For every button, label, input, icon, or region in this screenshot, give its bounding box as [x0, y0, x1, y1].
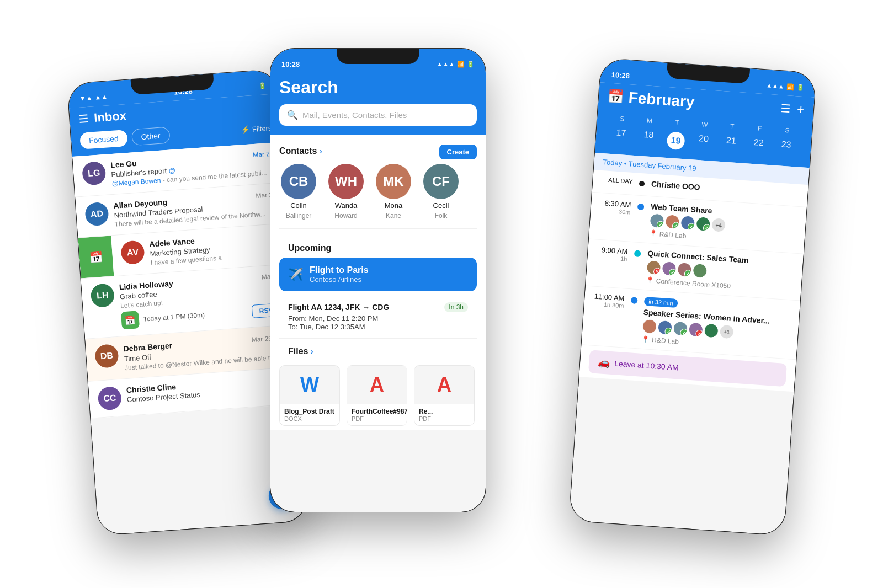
wifi-icon-middle: 📶: [457, 61, 465, 68]
events-list: ALL DAY Christie OOO 8:30 AM 30m Web: [579, 170, 808, 392]
contact-colin[interactable]: CB Colin Ballinger: [279, 164, 318, 220]
file-blog[interactable]: W Blog_Post Draft DOCX: [279, 365, 340, 426]
event-body-sales: Quick Connect: Sales Team 📍 Conference R…: [645, 249, 794, 294]
list-icon[interactable]: ☰: [780, 101, 791, 115]
signal-icon-middle: ▲▲▲: [437, 61, 455, 67]
cal-time-lidia: Today at 1 PM (30m): [143, 311, 205, 323]
date-debra: Mar 23: [251, 334, 272, 344]
flight-name: Flight AA 1234, JFK → CDG: [288, 303, 389, 312]
location-icon-webteam: 📍: [648, 229, 657, 238]
contact-name-mona: Mona: [385, 201, 403, 210]
allday-dot: [639, 181, 645, 187]
cal-date-18[interactable]: 18: [634, 127, 663, 151]
battery-icons: 🔋: [259, 82, 267, 90]
av-wt-2: [665, 214, 680, 229]
search-icon: 🔍: [287, 110, 298, 120]
event-time-allday: ALL DAY: [602, 176, 633, 185]
contact-wanda[interactable]: WH Wanda Howard: [327, 164, 365, 220]
filters-button[interactable]: ⚡ Filters: [241, 124, 272, 134]
today-circle[interactable]: 19: [667, 131, 685, 150]
av-wt-1: [650, 213, 665, 228]
hamburger-icon[interactable]: ☰: [78, 112, 89, 126]
search-title: Search: [279, 77, 477, 98]
tab-other[interactable]: Other: [131, 127, 171, 146]
file-type-fourth: PDF: [352, 415, 402, 422]
avatar-colin: CB: [281, 164, 316, 199]
contact-mona[interactable]: MK Mona Kane: [374, 164, 413, 220]
flight-details: Flight AA 1234, JFK → CDG In 3h From: Mo…: [279, 296, 477, 338]
contact-name-wanda: Wanda: [335, 201, 358, 210]
contact-cecil[interactable]: CF Cecil Folk: [422, 164, 460, 220]
contact-name-cecil: Cecil: [433, 201, 449, 210]
location-icon-sales: 📍: [645, 276, 654, 285]
file-re[interactable]: A Re... PDF: [414, 365, 475, 426]
avatar-wanda: WH: [328, 164, 364, 199]
tab-focused[interactable]: Focused: [79, 130, 128, 149]
event-info: Flight to Paris Contoso Airlines: [310, 265, 369, 284]
event-time-webteam: 8:30 AM 30m: [599, 199, 631, 216]
cal-invite-icon: 📅: [121, 311, 140, 329]
month-title: February: [628, 89, 695, 111]
location-icon-speaker: 📍: [641, 335, 650, 344]
mention-icon: @: [168, 167, 175, 175]
cal-date-23[interactable]: 23: [772, 136, 801, 160]
event-subtitle: Contoso Airlines: [310, 275, 369, 284]
battery-icon-right: 🔋: [796, 84, 804, 92]
file-icon-re: A: [414, 366, 474, 404]
cal-date-19: 19: [661, 129, 690, 152]
av-sp-4: [688, 322, 704, 338]
avatar-mona: MK: [376, 164, 411, 199]
phone-middle: 10:28 ▲▲▲ 📶 🔋 Search 🔍 Mail, Events, Con…: [270, 49, 486, 512]
file-name-re: Re...: [419, 408, 470, 415]
email-content-allan: Allan Deyoung Mar 23 Northwind Traders P…: [113, 190, 278, 228]
event-title-allday: Christie OOO: [651, 179, 799, 199]
phone-right: 10:28 ▲▲▲ 📶 🔋 📅 February ☰ +: [569, 58, 816, 535]
file-type-blog: DOCX: [284, 415, 335, 422]
avatar-adele: AV: [120, 240, 145, 265]
sender-debra: Debra Berger: [123, 341, 173, 353]
contact-last-colin: Ballinger: [286, 212, 312, 220]
email-content-christie: Christie Cline Contoso Project Status: [126, 375, 290, 409]
av-sp-2: [657, 320, 673, 335]
tab-group: Focused Other: [79, 127, 170, 149]
event-card-flight[interactable]: ✈️ Flight to Paris Contoso Airlines: [279, 258, 477, 291]
flight-icon: ✈️: [288, 268, 303, 282]
email-text-adele: Adele Vance Marketing Strategy I have a …: [149, 231, 281, 266]
flight-badge: In 3h: [444, 302, 468, 312]
email-content-lee: Lee Gu Mar 23 Publisher's report @ @Mega…: [110, 149, 275, 188]
file-fourth[interactable]: A FourthCoffee#987 PDF: [347, 365, 407, 426]
av-wt-more: +4: [711, 217, 726, 233]
file-name-fourth: FourthCoffee#987: [352, 408, 402, 415]
contacts-section-title: Contacts ›: [279, 146, 322, 156]
avatar-allan: AD: [84, 202, 109, 227]
location-text-webteam: R&D Lab: [659, 231, 687, 240]
wifi-icon: ▼▲: [79, 94, 93, 103]
create-button[interactable]: Create: [439, 145, 477, 159]
av-wt-4: [695, 216, 711, 232]
swipe-action-adele: 📅: [78, 236, 114, 278]
add-event-icon[interactable]: +: [796, 101, 805, 117]
signal-icon-right: ▲▲▲: [766, 82, 784, 89]
lightning-icon: ⚡: [241, 125, 251, 134]
cal-date-20[interactable]: 20: [689, 131, 718, 154]
calendar-icon: 📅: [607, 88, 625, 105]
avatar-christie: CC: [97, 386, 122, 411]
cal-date-17[interactable]: 17: [607, 125, 636, 149]
search-header: Search 🔍 Mail, Events, Contacts, Files: [270, 73, 486, 135]
avatar-debra: DB: [94, 344, 119, 368]
flight-from: From: Mon, Dec 11 2:20 PM: [288, 314, 468, 323]
cal-date-22[interactable]: 22: [744, 135, 773, 158]
sender-lee: Lee Gu: [110, 159, 137, 169]
wifi-icon-right: 📶: [786, 83, 795, 90]
search-placeholder: Mail, Events, Contacts, Files: [302, 110, 407, 120]
search-bar[interactable]: 🔍 Mail, Events, Contacts, Files: [279, 104, 477, 126]
contact-last-wanda: Howard: [334, 212, 357, 220]
dot-speaker: [631, 297, 638, 304]
book-icon: 📅: [89, 250, 104, 264]
signal-icon: ▲▲: [94, 93, 108, 101]
cal-date-21[interactable]: 21: [716, 132, 746, 156]
event-title: Flight to Paris: [310, 265, 369, 275]
file-icon-fourth: A: [347, 366, 407, 404]
event-body-speaker: in 32 min Speaker Series: Women in Adver…: [641, 296, 791, 353]
leave-text: Leave at 10:30 AM: [614, 359, 679, 372]
